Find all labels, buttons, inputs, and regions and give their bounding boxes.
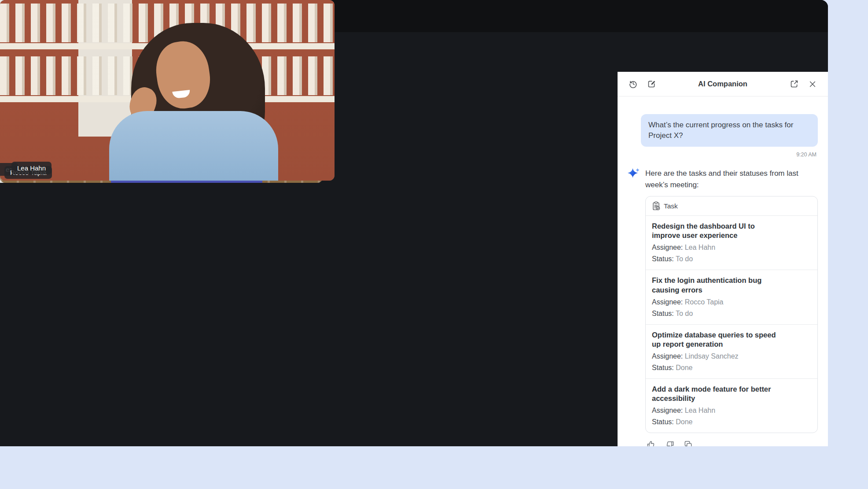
task-clipboard-icon (652, 201, 660, 211)
task-title: Redesign the dashboard UI to improve use… (652, 222, 780, 240)
task-item: Fix the login authentication bug causing… (646, 270, 817, 324)
task-title: Add a dark mode feature for better acces… (652, 385, 780, 403)
thumbs-down-icon[interactable] (665, 440, 675, 446)
task-status-row: Status: Done (652, 418, 811, 426)
zoom-meeting-window: Zoom Meeting Rocco Tapia’s screen ⋮ ✕ Le… (0, 0, 828, 446)
ai-companion-sparkle-icon (627, 167, 641, 446)
task-title: Optimize database queries to speed up re… (652, 330, 780, 349)
task-card-title: Task (664, 202, 678, 210)
video-tile-lea: Lea Hahn (0, 0, 335, 181)
task-status-row: Status: To do (652, 310, 811, 318)
screen: Zoom Meeting Rocco Tapia’s screen ⋮ ✕ Le… (0, 0, 868, 489)
task-item: Redesign the dashboard UI to improve use… (646, 216, 817, 270)
ai-companion-panel: AI Companion (618, 72, 828, 446)
task-item: Optimize database queries to speed up re… (646, 324, 817, 378)
task-assignee-row: Assignee: Rocco Tapia (652, 298, 811, 306)
task-item: Add a dark mode feature for better acces… (646, 378, 817, 433)
ai-intro-text: Here are the tasks and their statuses fr… (645, 168, 813, 190)
task-status-value: Done (676, 418, 692, 426)
feedback-row (646, 440, 818, 446)
task-status-value: Done (676, 364, 692, 371)
history-icon[interactable] (627, 78, 639, 90)
thumbs-up-icon[interactable] (646, 440, 656, 446)
message-timestamp: 9:20 AM (628, 152, 817, 158)
task-status-row: Status: Done (652, 364, 811, 372)
participant-name-badge: Lea Hahn (11, 162, 51, 174)
task-card: Task Redesign the dashboard UI to improv… (645, 196, 818, 433)
user-message-bubble: What’s the current progress on the tasks… (641, 114, 818, 147)
task-status-value: To do (676, 310, 693, 317)
task-assignee-row: Assignee: Lindsay Sanchez (652, 352, 811, 360)
task-assignee-value: Rocco Tapia (685, 298, 724, 306)
close-panel-icon[interactable] (807, 78, 818, 90)
task-assignee-value: Lea Hahn (685, 407, 715, 414)
task-title: Fix the login authentication bug causing… (652, 276, 780, 294)
ai-response: Here are the tasks and their statuses fr… (628, 168, 818, 446)
task-status-value: To do (676, 255, 693, 263)
task-assignee-row: Assignee: Lea Hahn (652, 407, 811, 415)
chat-area: What’s the current progress on the tasks… (618, 96, 828, 446)
copy-icon[interactable] (683, 440, 693, 446)
task-status-row: Status: To do (652, 255, 811, 263)
new-chat-icon[interactable] (646, 78, 657, 90)
ai-companion-header: AI Companion (618, 72, 828, 96)
task-card-header: Task (646, 196, 817, 216)
task-assignee-value: Lea Hahn (685, 244, 715, 251)
task-assignee-row: Assignee: Lea Hahn (652, 244, 811, 252)
task-assignee-value: Lindsay Sanchez (685, 352, 739, 360)
pop-out-icon[interactable] (788, 78, 800, 90)
